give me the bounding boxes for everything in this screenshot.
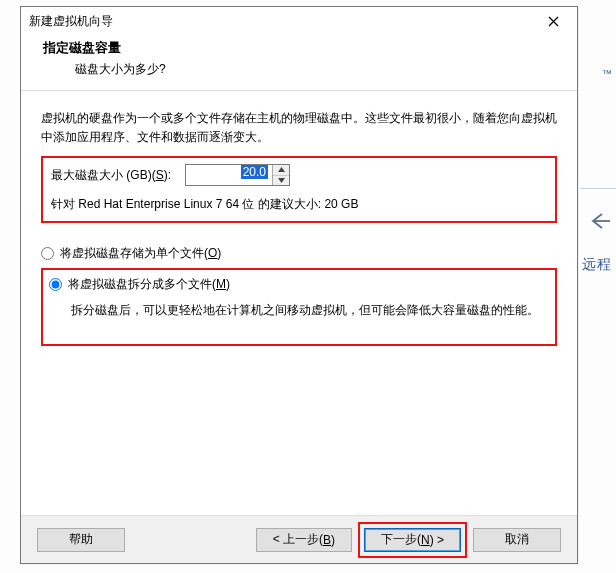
disk-size-label: 最大磁盘大小 (GB)(S): <box>51 167 171 184</box>
wizard-dialog: 新建虚拟机向导 指定磁盘容量 磁盘大小为多少? 虚拟机的硬盘作为一个或多个文件存… <box>20 6 578 564</box>
recommended-size-text: 针对 Red Hat Enterprise Linux 7 64 位 的建议大小… <box>51 196 547 213</box>
radio-single-file-input[interactable] <box>41 247 54 260</box>
titlebar: 新建虚拟机向导 <box>21 7 577 35</box>
background-divider <box>580 188 616 189</box>
svg-marker-4 <box>278 178 285 183</box>
disk-size-row: 最大磁盘大小 (GB)(S): 20.0 <box>51 164 547 186</box>
wizard-body: 虚拟机的硬盘作为一个或多个文件存储在主机的物理磁盘中。这些文件最初很小，随着您向… <box>21 91 577 531</box>
disk-size-input[interactable]: 20.0 <box>186 165 272 185</box>
help-button[interactable]: 帮助 <box>37 528 125 552</box>
radio-single-file[interactable]: 将虚拟磁盘存储为单个文件(O) <box>41 245 557 262</box>
background-partial-ui: ™ 远程 <box>580 0 616 573</box>
intro-text: 虚拟机的硬盘作为一个或多个文件存储在主机的物理磁盘中。这些文件最初很小，随着您向… <box>41 109 557 146</box>
back-button[interactable]: < 上一步(B) <box>256 528 352 552</box>
cancel-button[interactable]: 取消 <box>473 528 561 552</box>
chevron-up-icon <box>278 167 285 172</box>
spinner-down[interactable] <box>273 176 289 186</box>
split-files-section: 将虚拟磁盘拆分成多个文件(M) 拆分磁盘后，可以更轻松地在计算机之间移动虚拟机，… <box>41 268 557 346</box>
radio-split-files-input[interactable] <box>49 278 62 291</box>
disk-size-value: 20.0 <box>241 165 268 179</box>
page-title: 指定磁盘容量 <box>43 39 555 57</box>
svg-marker-3 <box>278 167 285 172</box>
back-arrow-icon <box>590 212 610 233</box>
split-files-description: 拆分磁盘后，可以更轻松地在计算机之间移动虚拟机，但可能会降低大容量磁盘的性能。 <box>49 299 549 320</box>
page-subtitle: 磁盘大小为多少? <box>43 61 555 78</box>
wizard-footer: 帮助 < 上一步(B) 下一步(N) > 取消 <box>21 515 577 563</box>
wizard-header: 指定磁盘容量 磁盘大小为多少? <box>21 35 577 91</box>
close-button[interactable] <box>535 11 571 31</box>
disk-size-spinner[interactable]: 20.0 <box>185 164 290 186</box>
spinner-up[interactable] <box>273 165 289 176</box>
radio-single-file-label: 将虚拟磁盘存储为单个文件(O) <box>60 245 221 262</box>
disk-size-section: 最大磁盘大小 (GB)(S): 20.0 针 <box>41 156 557 223</box>
next-button[interactable]: 下一步(N) > <box>364 528 461 552</box>
radio-split-files-label: 将虚拟磁盘拆分成多个文件(M) <box>68 276 230 293</box>
spinner-buttons <box>272 165 289 185</box>
chevron-down-icon <box>278 178 285 183</box>
close-icon <box>548 16 559 27</box>
window-title: 新建虚拟机向导 <box>29 13 113 30</box>
radio-split-files[interactable]: 将虚拟磁盘拆分成多个文件(M) <box>49 276 549 293</box>
trademark-symbol: ™ <box>602 68 612 79</box>
next-button-highlight: 下一步(N) > <box>358 522 467 558</box>
background-label: 远程 <box>582 256 612 274</box>
